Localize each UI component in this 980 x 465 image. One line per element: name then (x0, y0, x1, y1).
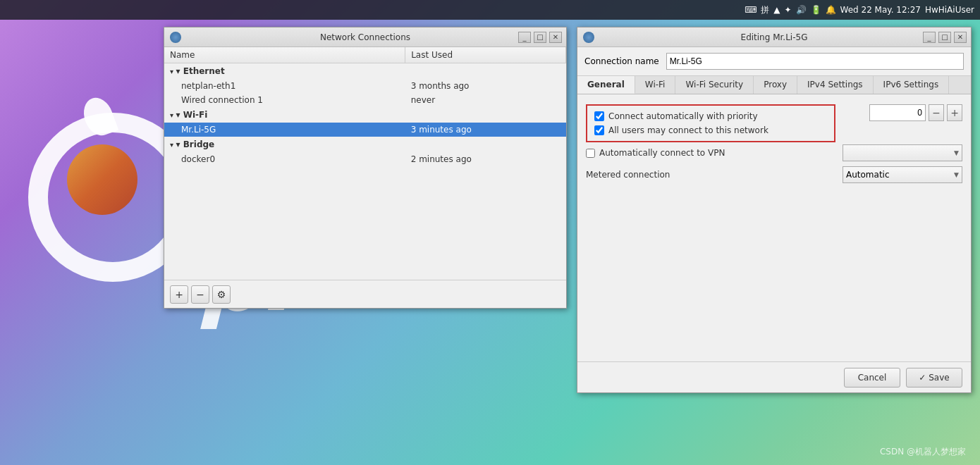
tab-ipv6[interactable]: IPv6 Settings (874, 76, 950, 94)
metered-dropdown[interactable]: Automatic ▼ (843, 166, 962, 183)
col-name: Name (164, 47, 405, 63)
priority-increase-button[interactable]: + (947, 104, 962, 121)
editing-minimize-button[interactable]: _ (923, 32, 936, 43)
notification-icon: 🔔 (826, 5, 836, 15)
tab-general[interactable]: General (577, 76, 635, 94)
metered-dropdown-value: Automatic (846, 170, 954, 180)
connect-auto-row: Connect automatically with priority (594, 111, 827, 121)
add-connection-button[interactable]: + (170, 285, 188, 304)
minimize-button[interactable]: _ (518, 32, 531, 43)
connect-auto-label: Connect automatically with priority (608, 111, 758, 121)
network-connections-toolbar: + − ⚙ (164, 280, 566, 308)
connection-name-label: Connection name (584, 56, 659, 66)
editing-globe-icon (583, 32, 594, 43)
wifi-icon: ▲ (773, 5, 780, 15)
table-row[interactable]: Wired connection 1 never (164, 93, 566, 107)
general-tab-content: − + Connect automatically with priority … (577, 94, 971, 193)
close-button[interactable]: ✕ (549, 32, 562, 43)
volume-icon: 🔊 (796, 5, 807, 15)
bluetooth-icon: ✦ (784, 5, 791, 15)
connection-last-used-cell: 2 minutes ago (405, 152, 566, 166)
keyboard-icon: ⌨ (745, 5, 757, 15)
battery-icon: 🔋 (811, 5, 821, 15)
col-last-used: Last Used (405, 47, 566, 63)
taskbar: ⌨ 拼 ▲ ✦ 🔊 🔋 🔔 Wed 22 May. 12:27 HwHiAiUs… (0, 0, 980, 20)
connection-last-used-cell: 3 months ago (405, 79, 566, 93)
csdn-watermark: CSDN @机器人梦想家 (880, 446, 966, 458)
tab-ipv4[interactable]: IPv4 Settings (797, 76, 874, 94)
editing-window: Editing Mr.Li-5G _ □ ✕ Connection name G… (577, 27, 972, 393)
editing-title: Editing Mr.Li-5G (741, 32, 808, 42)
globe-icon (170, 32, 181, 43)
connection-last-used-cell: 3 minutes ago (405, 123, 566, 137)
editing-maximize-button[interactable]: □ (938, 32, 951, 43)
editing-close-button[interactable]: ✕ (954, 32, 967, 43)
editing-titlebar[interactable]: Editing Mr.Li-5G _ □ ✕ (577, 27, 971, 47)
editing-bottom-bar: Cancel ✓ Save (577, 361, 971, 392)
settings-button[interactable]: ⚙ (212, 285, 231, 304)
network-connections-titlebar[interactable]: Network Connections _ □ ✕ (164, 27, 566, 47)
ethernet-group-header[interactable]: ▾ Ethernet (164, 63, 566, 80)
table-row[interactable]: docker0 2 minutes ago (164, 152, 566, 166)
auto-vpn-checkbox[interactable] (586, 149, 595, 158)
priority-decrease-button[interactable]: − (929, 104, 944, 121)
bridge-group-header[interactable]: ▾ Bridge (164, 137, 566, 152)
tab-wifi[interactable]: Wi-Fi (635, 76, 676, 94)
tab-proxy[interactable]: Proxy (754, 76, 797, 94)
wifi-group-header[interactable]: ▾ Wi-Fi (164, 107, 566, 123)
taskbar-username: HwHiAiUser (925, 5, 974, 15)
metered-dropdown-arrow-icon: ▼ (954, 171, 959, 178)
tab-wifi-security[interactable]: Wi-Fi Security (675, 76, 754, 94)
all-users-label: All users may connect to this network (608, 125, 768, 135)
remove-connection-button[interactable]: − (191, 285, 209, 304)
metered-connection-row: Metered connection Automatic ▼ (586, 166, 962, 183)
vpn-row: Automatically connect to VPN ▼ (586, 148, 962, 158)
maximize-button[interactable]: □ (534, 32, 546, 43)
editing-controls: _ □ ✕ (923, 32, 967, 43)
all-users-row: All users may connect to this network (594, 125, 827, 135)
connection-name-cell: docker0 (164, 152, 405, 166)
auto-vpn-label: Automatically connect to VPN (599, 148, 725, 158)
vpn-dropdown[interactable]: ▼ (843, 144, 962, 161)
network-connections-controls: _ □ ✕ (518, 32, 562, 43)
network-connections-window: Network Connections _ □ ✕ Name Last Used… (164, 27, 567, 309)
network-connections-title: Network Connections (320, 32, 410, 42)
cancel-button[interactable]: Cancel (844, 368, 900, 388)
connection-name-input[interactable] (666, 53, 964, 70)
logo-inner-fill (67, 144, 137, 215)
connection-name-cell: netplan-eth1 (164, 79, 405, 93)
taskbar-right: ⌨ 拼 ▲ ✦ 🔊 🔋 🔔 Wed 22 May. 12:27 HwHiAiUs… (745, 4, 974, 16)
table-row[interactable]: netplan-eth1 3 months ago (164, 79, 566, 93)
connect-auto-checkbox[interactable] (594, 111, 604, 121)
priority-input[interactable] (869, 104, 926, 121)
tabs-row: General Wi-Fi Wi-Fi Security Proxy IPv4 … (577, 76, 971, 94)
auto-connect-group: Connect automatically with priority All … (586, 104, 835, 142)
connection-name-cell: Mr.Li-5G (164, 123, 405, 137)
desktop: ⌨ 拼 ▲ ✦ 🔊 🔋 🔔 Wed 22 May. 12:27 HwHiAiUs… (0, 0, 980, 465)
connection-name-cell: Wired connection 1 (164, 93, 405, 107)
all-users-checkbox[interactable] (594, 125, 604, 135)
connections-table: Name Last Used ▾ Ethernet netplan-eth1 3… (164, 47, 566, 166)
taskbar-datetime: Wed 22 May. 12:27 (840, 5, 921, 15)
metered-connection-label: Metered connection (586, 170, 670, 180)
pinyin-icon: 拼 (761, 4, 769, 16)
table-row[interactable]: Mr.Li-5G 3 minutes ago (164, 123, 566, 137)
connection-last-used-cell: never (405, 93, 566, 107)
vpn-dropdown-arrow-icon: ▼ (954, 149, 959, 156)
connection-name-row: Connection name (577, 47, 971, 76)
save-button[interactable]: ✓ Save (906, 368, 962, 388)
